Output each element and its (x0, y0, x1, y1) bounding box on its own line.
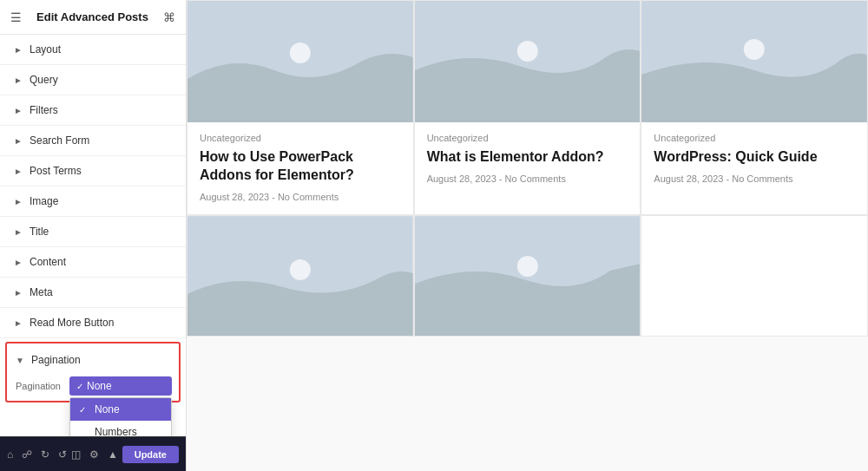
post-thumbnail-3 (641, 1, 867, 122)
sidebar-item-layout[interactable]: ► Layout (0, 35, 186, 65)
sidebar-item-content[interactable]: ► Content (0, 247, 186, 278)
footer-right-icons: ◫ ⚙ ▲ (71, 448, 118, 461)
pagination-dropdown-selected[interactable]: ✓ None (69, 376, 172, 396)
sidebar-item-search-form[interactable]: ► Search Form (0, 126, 186, 156)
arrow-icon: ► (14, 318, 23, 328)
thumbnail-svg-partial-1 (187, 216, 413, 337)
svg-point-3 (517, 41, 538, 62)
responsive-icon[interactable]: ◫ (71, 448, 81, 461)
thumbnail-svg-3 (641, 1, 867, 122)
post-category-1: Uncategorized (200, 133, 401, 143)
svg-point-5 (744, 39, 765, 60)
sidebar-item-image[interactable]: ► Image (0, 186, 186, 217)
post-card-3: Uncategorized WordPress: Quick Guide Aug… (641, 0, 868, 215)
post-category-2: Uncategorized (427, 133, 628, 143)
sidebar: ☰ Edit Advanced Posts ⌘ ► Layout ► Query… (0, 0, 187, 471)
post-card-partial-2 (414, 215, 641, 337)
sidebar-item-query[interactable]: ► Query (0, 65, 186, 95)
arrow-icon: ► (14, 45, 23, 55)
grid-icon[interactable]: ⌘ (163, 10, 175, 24)
svg-point-7 (290, 259, 311, 280)
post-title-1: How to Use PowerPack Addons for Elemento… (200, 148, 401, 185)
thumbnail-svg-2 (415, 1, 641, 122)
update-button[interactable]: Update (122, 446, 179, 463)
arrow-icon: ► (14, 197, 23, 206)
post-meta-3: August 28, 2023 - No Comments (654, 173, 855, 184)
arrow-icon: ► (14, 288, 23, 298)
arrow-up-icon[interactable]: ▲ (108, 448, 118, 461)
redo-icon[interactable]: ↺ (58, 448, 67, 461)
pagination-section-highlight: ▼ Pagination Pagination ✓ None ✓ N (5, 342, 181, 402)
home-icon[interactable]: ⌂ (7, 448, 13, 461)
arrow-icon: ► (14, 227, 23, 237)
post-title-2: What is Elementor Addon? (427, 148, 628, 167)
post-thumbnail-1 (187, 1, 413, 122)
sidebar-header: ☰ Edit Advanced Posts ⌘ (0, 0, 186, 35)
sidebar-item-meta[interactable]: ► Meta (0, 278, 186, 308)
menu-icon[interactable]: ☰ (10, 10, 22, 24)
arrow-icon: ► (14, 75, 23, 85)
svg-point-9 (517, 256, 538, 277)
post-meta-2: August 28, 2023 - No Comments (427, 173, 628, 184)
check-icon: ✓ (79, 405, 89, 415)
sidebar-title: Edit Advanced Posts (36, 10, 148, 23)
post-category-3: Uncategorized (654, 133, 855, 143)
sidebar-item-read-more[interactable]: ► Read More Button (0, 308, 186, 338)
sidebar-footer: ⌂ ☍ ↻ ↺ ◫ ⚙ ▲ Update (0, 436, 186, 471)
arrow-icon: ► (14, 136, 23, 146)
svg-point-1 (290, 43, 311, 63)
sidebar-item-post-terms[interactable]: ► Post Terms (0, 156, 186, 186)
dropdown-option-none[interactable]: ✓ None (70, 398, 171, 421)
layers-icon[interactable]: ☍ (22, 448, 32, 461)
sidebar-item-pagination[interactable]: ▼ Pagination (7, 347, 179, 373)
post-card-1: Uncategorized How to Use PowerPack Addon… (187, 0, 414, 215)
pagination-dropdown-wrapper: ✓ None ✓ None Numbers (69, 376, 172, 396)
sidebar-menu: ► Layout ► Query ► Filters ► Search Form… (0, 35, 186, 436)
arrow-icon: ► (14, 258, 23, 267)
thumbnail-svg-1 (187, 1, 413, 122)
thumbnail-svg-partial-2 (415, 216, 641, 337)
post-card-partial-1 (187, 215, 414, 337)
post-body-3: Uncategorized WordPress: Quick Guide Aug… (641, 122, 867, 196)
posts-grid-row1: Uncategorized How to Use PowerPack Addon… (187, 0, 868, 215)
post-card-partial-3 (641, 215, 868, 337)
post-meta-1: August 28, 2023 - No Comments (200, 192, 401, 202)
sidebar-item-title[interactable]: ► Title (0, 217, 186, 247)
arrow-icon: ► (14, 167, 23, 176)
footer-icons: ⌂ ☍ ↻ ↺ (7, 448, 67, 461)
main-content: Uncategorized How to Use PowerPack Addon… (187, 0, 868, 471)
pagination-dropdown-list: ✓ None Numbers Numbers + Previous/Next (69, 397, 172, 436)
post-body-1: Uncategorized How to Use PowerPack Addon… (187, 122, 413, 214)
settings-icon[interactable]: ⚙ (89, 448, 99, 461)
posts-grid-row2 (187, 215, 868, 337)
sidebar-item-filters[interactable]: ► Filters (0, 95, 186, 126)
post-title-3: WordPress: Quick Guide (654, 148, 855, 167)
pagination-control-row: Pagination ✓ None ✓ None (7, 373, 179, 397)
chevron-down-icon: ▼ (16, 356, 24, 365)
dropdown-option-numbers[interactable]: Numbers (70, 421, 171, 436)
pagination-control-label: Pagination (16, 376, 69, 391)
arrow-icon: ► (14, 106, 23, 115)
post-card-2: Uncategorized What is Elementor Addon? A… (414, 0, 641, 215)
post-thumbnail-2 (415, 1, 641, 122)
post-body-2: Uncategorized What is Elementor Addon? A… (415, 122, 641, 196)
undo-icon[interactable]: ↻ (41, 448, 49, 461)
check-icon: ✓ (76, 382, 83, 391)
